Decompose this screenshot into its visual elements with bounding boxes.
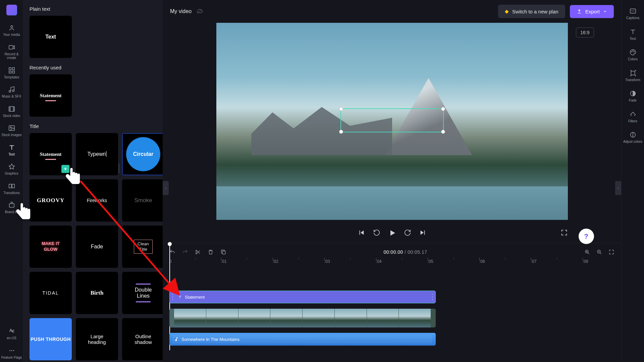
export-button[interactable]: Export	[570, 5, 614, 18]
audio-clip[interactable]: Somewhere In The Mountains	[169, 333, 436, 346]
nav-music-sfx[interactable]: Music & SFX	[1, 82, 22, 101]
text-clip[interactable]: Statement	[169, 291, 436, 303]
transform-icon	[629, 69, 637, 77]
skip-fwd-button[interactable]	[419, 229, 427, 236]
more-icon	[8, 347, 15, 354]
title-typewriter[interactable]: Typewri	[76, 133, 118, 175]
video-clip[interactable]	[169, 309, 436, 327]
nav-templates[interactable]: Templates	[1, 63, 22, 82]
nav-stock-images[interactable]: Stock images	[1, 121, 22, 140]
music-icon	[8, 86, 15, 93]
title-push-through[interactable]: PUSH THROUGH	[30, 318, 72, 360]
text-selection-box[interactable]	[340, 108, 444, 132]
redo-button[interactable]	[182, 249, 188, 255]
video-track[interactable]	[169, 309, 614, 327]
nav-your-media[interactable]: Your media	[1, 21, 22, 40]
right-colors[interactable]: Colors	[623, 45, 643, 64]
title-double-lines[interactable]: DoubleLines	[122, 272, 163, 314]
nav-transitions[interactable]: Transitions	[1, 179, 22, 198]
lang-icon	[8, 327, 15, 335]
timeline-ruler[interactable]: 0 :01 :02 :03 :04 :05 :06 :07 :08	[169, 259, 614, 271]
nav-feature-flags[interactable]: Feature Flags	[1, 344, 22, 362]
forward-button[interactable]	[404, 229, 411, 236]
resize-handle-br[interactable]	[441, 130, 445, 134]
nav-record-create[interactable]: Record & create	[1, 40, 22, 63]
title-large-heading[interactable]: Largeheading	[76, 318, 118, 360]
clip-handle-left[interactable]	[171, 293, 174, 301]
text-clip-icon	[178, 295, 182, 299]
nav-graphics[interactable]: Graphics	[1, 160, 22, 178]
delete-button[interactable]	[208, 249, 214, 255]
filters-icon	[629, 111, 637, 118]
title-circular[interactable]: Circular	[122, 133, 163, 175]
right-text[interactable]: Text	[623, 25, 643, 44]
audio-track[interactable]: Somewhere In The Mountains	[169, 333, 614, 346]
collapse-side-panel[interactable]: ‹	[163, 181, 169, 195]
title-clean[interactable]: CleanTitle	[122, 226, 163, 268]
svg-rect-19	[222, 251, 225, 254]
plain-text-heading: Plain text	[30, 6, 157, 12]
right-filters[interactable]: Filters	[623, 107, 643, 126]
svg-point-10	[10, 127, 11, 128]
collapse-right-panel[interactable]: ›	[615, 181, 621, 195]
fullscreen-button[interactable]	[560, 229, 568, 236]
transitions-icon	[8, 182, 15, 190]
film-icon	[8, 105, 15, 113]
resize-handle-tr[interactable]	[441, 107, 445, 111]
help-button[interactable]: ?	[579, 229, 594, 244]
fade-icon	[629, 90, 637, 97]
recent-statement-item[interactable]: Statement	[30, 74, 72, 117]
title-statement[interactable]: Statement + Add to timeline	[30, 133, 72, 175]
split-button[interactable]	[195, 249, 201, 255]
timeline-tracks: Statement Somewhere In The Mountains	[169, 271, 614, 346]
add-to-timeline-button[interactable]: +	[61, 165, 69, 173]
plain-text-item[interactable]: Text	[30, 16, 72, 58]
clip-handle-right[interactable]	[431, 293, 434, 301]
project-title[interactable]: My video	[170, 8, 192, 14]
zoom-out-button[interactable]	[596, 249, 602, 255]
zoom-in-button[interactable]	[584, 249, 590, 255]
title-fireworks[interactable]: Fireworks	[76, 179, 118, 222]
resize-handle-tl[interactable]	[339, 107, 343, 111]
title-tidal[interactable]: TIDAL	[30, 272, 72, 314]
title-fade[interactable]: Fade	[76, 226, 118, 268]
nav-lang[interactable]: en-US	[1, 324, 22, 343]
resize-handle-bl[interactable]	[339, 130, 343, 134]
music-note-icon	[174, 337, 179, 342]
title-birth[interactable]: Birth	[76, 272, 118, 314]
video-preview[interactable]	[216, 23, 568, 220]
right-captions[interactable]: Captions	[623, 4, 643, 23]
right-fade[interactable]: Fade	[623, 86, 643, 105]
transport-controls: ?	[216, 223, 568, 243]
recently-used-heading: Recently used	[30, 65, 157, 70]
top-bar: My video ◆Switch to a new plan Export	[163, 0, 621, 23]
svg-rect-12	[12, 184, 14, 188]
svg-point-6	[9, 90, 11, 93]
duplicate-button[interactable]	[220, 249, 226, 255]
title-outline-shadow[interactable]: Outlineshadow	[122, 318, 163, 360]
svg-rect-4	[9, 71, 11, 73]
right-nav-rail: Captions Text Colors Transform Fade Filt…	[621, 0, 644, 362]
svg-rect-11	[9, 184, 11, 188]
right-adjust-colors[interactable]: Adjust colors	[623, 128, 643, 146]
play-button[interactable]	[388, 229, 396, 236]
svg-point-0	[11, 25, 13, 27]
nav-stock-video[interactable]: Stock video	[1, 102, 22, 121]
zoom-fit-button[interactable]	[608, 249, 614, 255]
timecode: 00:00.00 / 00:05.17	[233, 249, 578, 255]
svg-rect-26	[631, 71, 635, 75]
nav-text[interactable]: Text	[1, 140, 22, 159]
title-heading: Title	[30, 123, 157, 129]
aspect-ratio-badge[interactable]: 16:9	[576, 27, 594, 38]
title-make-it-glow[interactable]: MAKE ITGLOW	[30, 226, 72, 268]
skip-back-button[interactable]	[358, 229, 365, 236]
text-track[interactable]: Statement	[169, 291, 614, 303]
nav-brand-kit[interactable]: Brand kit	[1, 198, 22, 217]
right-transform[interactable]: Transform	[623, 66, 643, 85]
undo-button[interactable]	[169, 249, 175, 255]
rewind-button[interactable]	[373, 229, 380, 236]
title-smoke[interactable]: Smoke	[122, 179, 163, 222]
title-groovy[interactable]: GROOVY	[30, 179, 72, 222]
preview-container: 16:9 ?	[163, 23, 621, 243]
switch-plan-button[interactable]: ◆Switch to a new plan	[498, 5, 565, 18]
